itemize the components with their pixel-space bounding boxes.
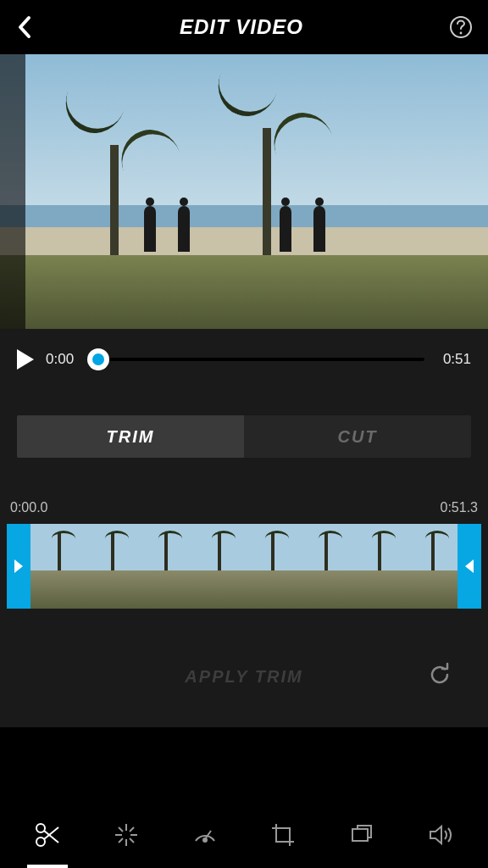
thumbnail <box>351 524 404 609</box>
mode-tabs: TRIM CUT <box>17 415 471 458</box>
thumbnail <box>297 524 351 609</box>
thumbnail <box>30 524 84 609</box>
apply-trim-button[interactable]: APPLY TRIM <box>185 667 302 687</box>
svg-point-3 <box>36 824 45 832</box>
svg-point-1 <box>460 32 463 35</box>
trim-handle-left[interactable] <box>7 524 30 609</box>
svg-line-11 <box>130 838 134 843</box>
tool-frame[interactable] <box>336 810 387 860</box>
scrubber-track[interactable] <box>92 351 424 368</box>
video-preview[interactable] <box>0 54 488 329</box>
trim-panel: 0:00.0 0:51.3 <box>0 466 488 626</box>
apply-row: APPLY TRIM <box>0 626 488 727</box>
trim-end-time: 0:51.3 <box>441 500 478 515</box>
tool-speed[interactable] <box>180 810 230 860</box>
svg-rect-16 <box>352 829 368 841</box>
thumbnail <box>191 524 244 609</box>
svg-marker-17 <box>430 826 441 843</box>
top-bar: EDIT VIDEO <box>0 0 488 54</box>
help-icon[interactable] <box>449 15 473 39</box>
play-button[interactable] <box>17 349 34 370</box>
tool-bar <box>0 802 488 868</box>
tab-cut[interactable]: CUT <box>244 415 471 458</box>
tool-highlights[interactable] <box>101 810 152 860</box>
scrubber-knob[interactable] <box>87 348 109 370</box>
thumbnail <box>404 524 458 609</box>
thumbnail <box>137 524 191 609</box>
thumbnail <box>244 524 297 609</box>
tab-trim[interactable]: TRIM <box>17 415 244 458</box>
timeline-strip[interactable] <box>7 524 481 609</box>
current-time: 0:00 <box>46 351 74 368</box>
tool-audio[interactable] <box>415 810 466 860</box>
svg-point-2 <box>36 837 45 846</box>
svg-line-12 <box>130 827 134 832</box>
svg-point-15 <box>203 838 207 842</box>
thumbnail <box>84 524 137 609</box>
playback-bar: 0:00 0:51 <box>0 329 488 390</box>
reset-icon[interactable] <box>427 662 452 691</box>
trim-handle-right[interactable] <box>458 524 481 609</box>
svg-line-13 <box>119 838 123 843</box>
tool-trim[interactable] <box>22 810 73 860</box>
duration-time: 0:51 <box>443 351 471 368</box>
timeline-thumbnails[interactable] <box>30 524 458 609</box>
trim-start-time: 0:00.0 <box>10 500 47 515</box>
back-icon[interactable] <box>15 14 34 40</box>
svg-line-10 <box>119 827 123 832</box>
tool-crop[interactable] <box>258 810 308 860</box>
page-title: EDIT VIDEO <box>180 15 303 39</box>
